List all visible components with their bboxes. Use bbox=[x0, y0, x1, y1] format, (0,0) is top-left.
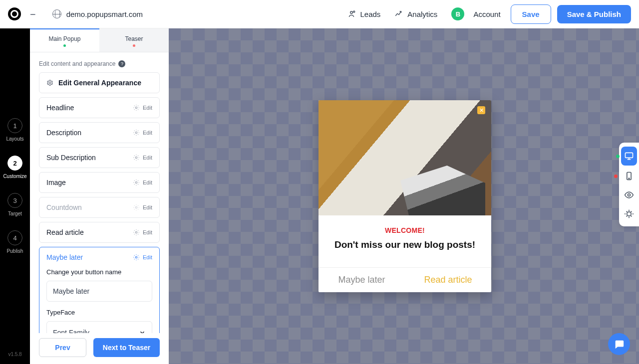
edit-label: Edit bbox=[143, 105, 152, 111]
gear-icon bbox=[46, 79, 53, 86]
back-button[interactable]: -- bbox=[30, 7, 34, 20]
section-maybe-later: Maybe later Edit Change your button name… bbox=[39, 247, 160, 333]
nav-analytics[interactable]: Analytics bbox=[394, 9, 437, 18]
svg-point-6 bbox=[135, 182, 137, 183]
nav-analytics-label: Analytics bbox=[407, 10, 437, 18]
section-description-label: Description bbox=[46, 129, 81, 137]
svg-point-8 bbox=[135, 231, 137, 233]
gear-icon bbox=[133, 254, 140, 261]
svg-point-4 bbox=[135, 132, 137, 134]
step-customize[interactable]: 2 Customize bbox=[3, 156, 26, 179]
preview-toggle[interactable] bbox=[619, 185, 639, 204]
status-dot-red bbox=[133, 44, 135, 47]
svg-point-2 bbox=[49, 82, 51, 84]
step-publish-label: Publish bbox=[7, 248, 23, 254]
preview-canvas[interactable]: ✕ WELCOME! Don't miss our new blog posts… bbox=[169, 28, 639, 364]
section-description[interactable]: Description Edit bbox=[39, 122, 160, 143]
gear-icon bbox=[133, 154, 140, 161]
svg-point-0 bbox=[350, 11, 353, 14]
nav-leads[interactable]: Leads bbox=[347, 9, 380, 18]
debug-toggle[interactable] bbox=[619, 204, 639, 223]
avatar: B bbox=[451, 7, 464, 20]
section-read-article-label: Read article bbox=[46, 228, 84, 236]
section-sub-description[interactable]: Sub Description Edit bbox=[39, 147, 160, 168]
section-countdown[interactable]: Countdown Edit bbox=[39, 197, 160, 218]
edit-label: Edit bbox=[143, 155, 152, 161]
step-publish[interactable]: 4 Publish bbox=[7, 230, 23, 254]
chevron-down-icon bbox=[139, 329, 146, 333]
site-url: demo.popupsmart.com bbox=[66, 10, 143, 18]
svg-rect-10 bbox=[626, 153, 633, 158]
section-image-label: Image bbox=[46, 179, 66, 186]
chat-icon bbox=[614, 339, 625, 350]
step-target-label: Target bbox=[7, 211, 22, 216]
edit-label: Edit bbox=[143, 229, 152, 235]
popup-image: ✕ bbox=[319, 100, 491, 215]
section-image[interactable]: Image Edit bbox=[39, 172, 160, 193]
svg-point-3 bbox=[135, 107, 137, 109]
popup-close-button[interactable]: ✕ bbox=[477, 106, 485, 114]
gear-icon bbox=[133, 179, 140, 186]
section-maybe-later-label: Maybe later bbox=[46, 253, 83, 261]
chat-launcher[interactable] bbox=[608, 333, 630, 355]
step-num-3: 3 bbox=[7, 193, 22, 208]
section-general-label: Edit General Appearance bbox=[58, 79, 141, 87]
prev-button[interactable]: Prev bbox=[39, 338, 86, 357]
svg-point-13 bbox=[628, 194, 631, 196]
gear-icon bbox=[133, 229, 140, 236]
button-name-input[interactable] bbox=[46, 281, 152, 302]
change-button-name-label: Change your button name bbox=[46, 268, 152, 276]
step-layouts-label: Layouts bbox=[6, 136, 23, 142]
status-dot-green bbox=[63, 44, 66, 47]
section-maybe-later-edit[interactable]: Edit bbox=[133, 254, 152, 261]
section-headline[interactable]: Headline Edit bbox=[39, 97, 160, 118]
typeface-label: TypeFace bbox=[46, 309, 152, 316]
edit-label: Edit bbox=[143, 130, 152, 136]
section-sub-description-label: Sub Description bbox=[46, 154, 96, 162]
edit-label: Edit bbox=[143, 254, 152, 260]
font-family-value: Font Family bbox=[53, 329, 89, 333]
gear-icon bbox=[133, 104, 140, 111]
tab-main-popup[interactable]: Main Popup bbox=[30, 28, 99, 52]
svg-point-14 bbox=[627, 212, 631, 216]
edit-label: Edit bbox=[143, 180, 152, 185]
step-num-1: 1 bbox=[7, 118, 22, 133]
panel-hint: Edit content and appearance bbox=[39, 60, 115, 67]
leads-icon bbox=[347, 9, 356, 18]
edit-label: Edit bbox=[143, 204, 152, 210]
save-publish-button[interactable]: Save & Publish bbox=[557, 5, 631, 23]
section-read-article[interactable]: Read article Edit bbox=[39, 222, 160, 243]
popup-maybe-later-button[interactable]: Maybe later bbox=[319, 268, 405, 292]
nav-account[interactable]: B Account bbox=[451, 7, 500, 20]
help-icon[interactable]: ? bbox=[118, 60, 125, 67]
section-general-appearance[interactable]: Edit General Appearance bbox=[39, 72, 160, 93]
svg-point-5 bbox=[135, 157, 137, 159]
step-num-4: 4 bbox=[7, 230, 22, 245]
svg-point-9 bbox=[135, 256, 137, 258]
analytics-icon bbox=[394, 9, 403, 18]
popup-headline: Don't miss our new blog posts! bbox=[326, 239, 483, 250]
popup-preview[interactable]: ✕ WELCOME! Don't miss our new blog posts… bbox=[319, 100, 491, 292]
tab-teaser-label: Teaser bbox=[125, 35, 143, 42]
globe-icon bbox=[52, 9, 61, 18]
step-num-2: 2 bbox=[7, 156, 22, 171]
save-button[interactable]: Save bbox=[511, 4, 551, 24]
nav-leads-label: Leads bbox=[360, 10, 380, 18]
gear-icon bbox=[133, 129, 140, 136]
bug-icon bbox=[624, 209, 634, 219]
popup-read-article-button[interactable]: Read article bbox=[405, 268, 491, 292]
popup-welcome: WELCOME! bbox=[326, 226, 483, 234]
svg-point-12 bbox=[629, 178, 630, 179]
device-mobile[interactable] bbox=[619, 167, 639, 185]
svg-point-1 bbox=[353, 11, 355, 12]
device-desktop[interactable] bbox=[621, 147, 637, 166]
tab-teaser[interactable]: Teaser bbox=[99, 28, 169, 52]
next-button[interactable]: Next to Teaser bbox=[93, 338, 160, 357]
app-logo[interactable] bbox=[8, 7, 21, 20]
step-layouts[interactable]: 1 Layouts bbox=[6, 118, 23, 142]
status-dot-green bbox=[616, 155, 620, 158]
step-target[interactable]: 3 Target bbox=[7, 193, 22, 216]
mobile-icon bbox=[624, 171, 634, 181]
tab-main-popup-label: Main Popup bbox=[48, 35, 80, 42]
font-family-select[interactable]: Font Family bbox=[46, 321, 152, 333]
